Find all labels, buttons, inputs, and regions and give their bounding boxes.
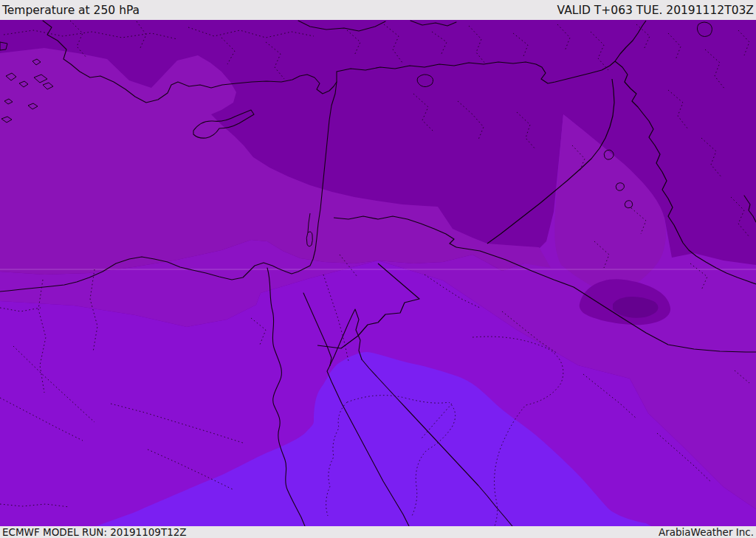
temperature-map bbox=[0, 20, 756, 526]
temperature-shading bbox=[0, 20, 756, 526]
page-title: Temperature at 250 hPa bbox=[2, 4, 140, 17]
header-bar: Temperature at 250 hPa VALID T+063 TUE. … bbox=[0, 0, 756, 20]
credit-label: ArabiaWeather Inc. bbox=[659, 526, 754, 538]
valid-time-label: VALID T+063 TUE. 20191112T03Z bbox=[557, 4, 754, 17]
map-canvas bbox=[0, 20, 756, 526]
weather-map-app: Temperature at 250 hPa VALID T+063 TUE. … bbox=[0, 0, 756, 538]
footer-bar: ECMWF MODEL RUN: 20191109T12Z ArabiaWeat… bbox=[0, 526, 756, 538]
model-run-label: ECMWF MODEL RUN: 20191109T12Z bbox=[2, 526, 187, 538]
